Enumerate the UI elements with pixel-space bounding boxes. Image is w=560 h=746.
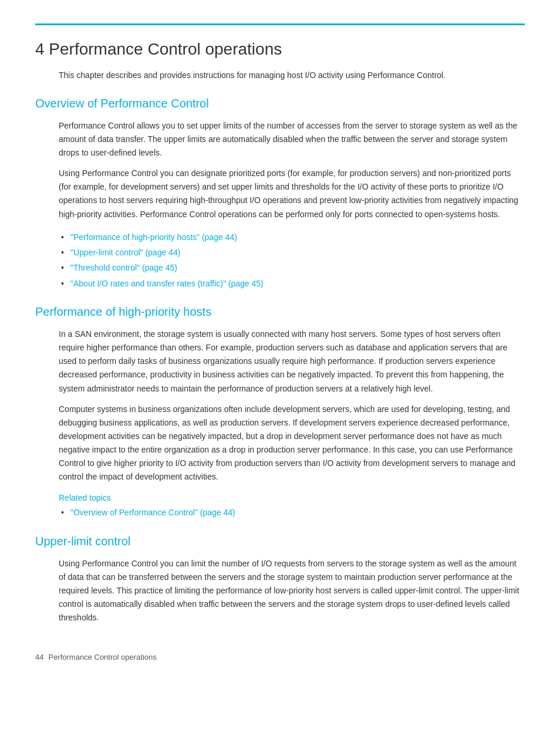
bullet-io-rates: "About I/O rates and transfer rates (tra… <box>59 277 525 290</box>
overview-para-2: Using Performance Control you can design… <box>59 167 525 221</box>
bullet-upper-limit: "Upper-limit control" (page 44) <box>59 246 525 259</box>
section-body-upper-limit: Using Performance Control you can limit … <box>59 557 525 625</box>
page-container: 4 Performance Control operations This ch… <box>0 0 560 697</box>
upper-limit-para-1: Using Performance Control you can limit … <box>59 557 525 625</box>
section-heading-high-priority: Performance of high-priority hosts <box>35 304 525 319</box>
top-border <box>35 23 525 25</box>
high-priority-para-2: Computer systems in business organizatio… <box>59 403 525 484</box>
link-upper-limit[interactable]: "Upper-limit control" (page 44) <box>70 248 180 257</box>
chapter-intro: This chapter describes and provides inst… <box>59 69 525 82</box>
related-topic-overview: "Overview of Performance Control" (page … <box>59 506 525 519</box>
section-overview: Overview of Performance Control Performa… <box>35 96 525 290</box>
overview-bullet-list: "Performance of high-priority hosts" (pa… <box>59 231 525 291</box>
high-priority-para-1: In a SAN environment, the storage system… <box>59 328 525 395</box>
link-related-overview[interactable]: "Overview of Performance Control" (page … <box>70 508 235 517</box>
link-threshold[interactable]: "Threshold control" (page 45) <box>70 263 177 272</box>
link-high-priority[interactable]: "Performance of high-priority hosts" (pa… <box>70 232 237 242</box>
section-body-high-priority: In a SAN environment, the storage system… <box>59 328 525 484</box>
page-footer: 44 Performance Control operations <box>35 648 525 661</box>
overview-para-1: Performance Control allows you to set up… <box>59 119 525 160</box>
bullet-high-priority: "Performance of high-priority hosts" (pa… <box>59 231 525 244</box>
chapter-title: 4 Performance Control operations <box>35 39 525 59</box>
link-io-rates[interactable]: "About I/O rates and transfer rates (tra… <box>70 279 264 288</box>
related-topics-label: Related topics <box>59 493 525 502</box>
section-heading-overview: Overview of Performance Control <box>35 96 525 111</box>
related-topics-list: "Overview of Performance Control" (page … <box>59 506 525 519</box>
section-upper-limit: Upper-limit control Using Performance Co… <box>35 534 525 625</box>
footer-chapter-label: Performance Control operations <box>48 653 156 661</box>
section-body-overview: Performance Control allows you to set up… <box>59 119 525 221</box>
section-heading-upper-limit: Upper-limit control <box>35 534 525 549</box>
page-number: 44 <box>35 653 43 661</box>
section-high-priority: Performance of high-priority hosts In a … <box>35 304 525 519</box>
bullet-threshold: "Threshold control" (page 45) <box>59 261 525 274</box>
